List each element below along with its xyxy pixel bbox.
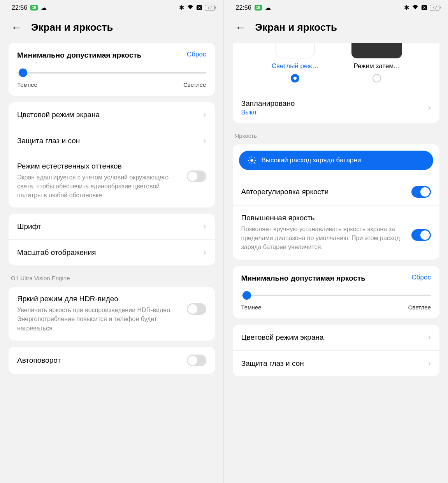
min-brightness-title: Минимально допустимая яркость [241, 274, 366, 283]
min-brightness-title: Минимально допустимая яркость [17, 51, 142, 60]
dark-mode-preview [351, 43, 402, 58]
hdr-mode-item[interactable]: Яркий режим для HDR-видео Увеличить ярко… [9, 287, 215, 341]
min-brightness-slider[interactable]: Минимально допустимая яркость Сброс Темн… [9, 43, 215, 96]
light-mode-radio[interactable] [291, 74, 299, 83]
brightness-slider-thumb[interactable] [19, 68, 27, 77]
display-scale-item[interactable]: Масштаб отображения › [9, 239, 215, 265]
lighter-label: Светлее [408, 304, 431, 311]
chevron-right-icon: › [203, 136, 206, 146]
status-badge-icon: 18 [255, 5, 262, 11]
back-arrow-icon[interactable]: ← [11, 22, 22, 33]
autorotate-item[interactable]: Автоповорот [9, 347, 215, 374]
ultra-vision-section-label: O1 Ultra Vision Engine [9, 272, 215, 287]
darker-label: Темнее [17, 81, 37, 88]
brightness-bar[interactable]: A Высокий расход заряда батареи [239, 151, 434, 170]
brightness-slider-track[interactable] [17, 72, 206, 74]
lighter-label: Светлее [183, 81, 206, 88]
autorotate-toggle[interactable] [187, 355, 206, 366]
scheduled-item[interactable]: Запланировано Выкл. › [233, 92, 440, 123]
status-badge-icon: 18 [30, 5, 38, 11]
reset-button[interactable]: Сброс [187, 51, 206, 58]
svg-line-5 [249, 158, 249, 158]
battery-icon: 77 [205, 5, 214, 11]
page-header: ← Экран и яркость [0, 14, 223, 43]
chevron-right-icon: › [428, 103, 431, 113]
notification-icon: ✕ [422, 5, 427, 10]
status-bar: 22:56 18 ☁ ✱ ✕ 77 [0, 0, 223, 14]
chevron-right-icon: › [203, 248, 206, 258]
light-mode-option[interactable]: Светлый реж… [266, 43, 324, 83]
status-time: 22:56 [12, 4, 27, 11]
svg-line-8 [254, 158, 255, 158]
darker-label: Темнее [241, 304, 262, 311]
eye-protection-item[interactable]: Защита глаз и сон › [233, 350, 440, 376]
svg-text:A: A [253, 161, 255, 165]
svg-point-0 [250, 159, 253, 162]
cloud-icon: ☁ [265, 4, 271, 11]
natural-tones-toggle[interactable] [187, 170, 206, 182]
display-mode-selector: Светлый реж… Режим затем… [233, 43, 440, 92]
chevron-right-icon: › [428, 332, 431, 342]
auto-brightness-item[interactable]: Авторегулировка яркости [233, 178, 440, 205]
wifi-icon [187, 4, 194, 11]
color-mode-item[interactable]: Цветовой режим экрана › [9, 102, 215, 128]
color-mode-item[interactable]: Цветовой режим экрана › [233, 325, 440, 350]
font-item[interactable]: Шрифт › [9, 214, 215, 239]
bluetooth-icon: ✱ [179, 4, 184, 11]
page-header: ← Экран и яркость [224, 14, 448, 43]
notification-icon: ✕ [197, 5, 202, 10]
page-title: Экран и яркость [31, 21, 113, 33]
page-title: Экран и яркость [255, 21, 337, 33]
battery-icon: 77 [430, 5, 439, 11]
boosted-brightness-item[interactable]: Повышенная яркость Позволяет вручную уст… [233, 205, 440, 260]
brightness-slider-thumb[interactable] [242, 291, 251, 300]
dark-mode-radio[interactable] [372, 74, 381, 83]
chevron-right-icon: › [203, 221, 206, 232]
auto-brightness-toggle[interactable] [411, 186, 431, 198]
sun-icon: A [248, 156, 256, 165]
svg-line-7 [249, 163, 249, 163]
chevron-right-icon: › [203, 110, 206, 120]
cloud-icon: ☁ [41, 4, 47, 11]
eye-protection-item[interactable]: Защита глаз и сон › [9, 128, 215, 154]
brightness-section-label: Яркость [233, 129, 440, 144]
chevron-right-icon: › [428, 358, 431, 369]
bluetooth-icon: ✱ [404, 4, 409, 11]
hdr-toggle[interactable] [187, 303, 206, 315]
boosted-brightness-toggle[interactable] [411, 229, 431, 241]
light-mode-preview [276, 43, 314, 58]
reset-button[interactable]: Сброс [412, 274, 431, 281]
status-bar: 22:56 18 ☁ ✱ ✕ 77 [224, 0, 448, 14]
brightness-slider-track[interactable] [241, 295, 431, 296]
wifi-icon [412, 4, 419, 11]
natural-tones-item[interactable]: Режим естественных оттенков Экран адапти… [9, 154, 215, 208]
min-brightness-slider[interactable]: Минимально допустимая яркость Сброс Темн… [233, 266, 440, 319]
status-time: 22:56 [236, 4, 251, 11]
back-arrow-icon[interactable]: ← [235, 22, 246, 33]
dark-mode-option[interactable]: Режим затем… [348, 43, 406, 83]
high-usage-label: Высокий расход заряда батареи [262, 156, 361, 164]
